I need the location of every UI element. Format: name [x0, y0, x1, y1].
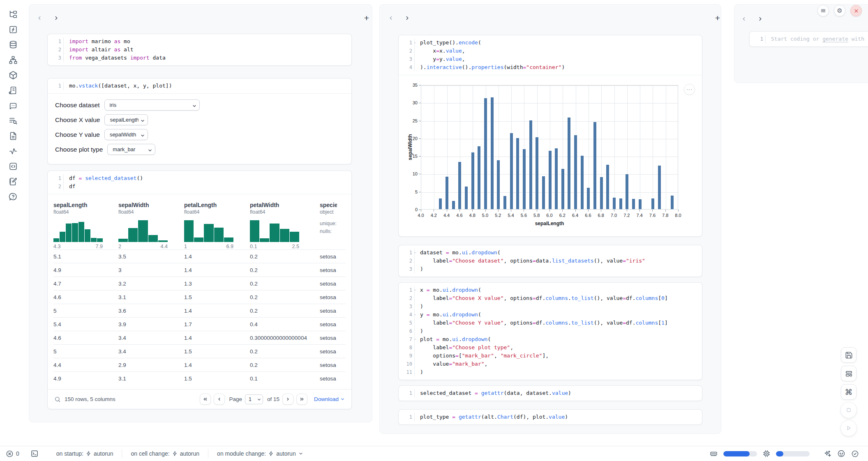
cell-dataframe[interactable]: 1df = selected_dataset()2df sepalLengthf…	[47, 171, 352, 409]
package-icon[interactable]	[6, 67, 21, 83]
dropdown-select[interactable]: sepalLength	[104, 114, 148, 125]
generate-link[interactable]: generate	[822, 36, 848, 42]
file-tree-icon[interactable]	[6, 7, 21, 22]
first-page-button[interactable]	[200, 394, 211, 405]
dropdown-select[interactable]: sepalWidth	[104, 129, 148, 140]
code-editor[interactable]: 1dataset = mo.ui.dropdown(2 label="Choos…	[399, 245, 702, 277]
dropdown-select[interactable]: mark_bar	[107, 144, 155, 155]
page-label: Page	[229, 396, 242, 402]
table-column-header[interactable]: petalLengthfloat6416.9	[184, 199, 250, 249]
cell-new-empty[interactable]: 1 Start coding or generate with	[749, 31, 868, 47]
table-column-header[interactable]: speciesobjectunique:nulls:	[320, 199, 337, 249]
code-editor[interactable]: 1import marimo as mo2import altair as al…	[48, 34, 351, 65]
histogram-bar	[260, 238, 269, 242]
table-row[interactable]: 4.42.91.40.2setosa	[53, 358, 346, 371]
code-line: 1plot_type().encode(	[399, 39, 702, 47]
settings-button[interactable]: ⚙	[834, 5, 845, 16]
code-text: label="Choose Y value", options=df.colum…	[414, 319, 668, 327]
search-icon[interactable]	[54, 396, 61, 403]
chat-bot-icon[interactable]	[6, 98, 21, 113]
code-text: import altair as alt	[63, 46, 134, 54]
cell-dataset-dropdown[interactable]: 1dataset = mo.ui.dropdown(2 label="Choos…	[398, 245, 702, 277]
altair-chart[interactable]: ⋯ 051015202530354.04.24.44.64.85.05.25.4…	[399, 75, 702, 236]
dropdown[interactable]: sepalLength	[104, 114, 148, 125]
x-tick-label: 4.0	[414, 213, 428, 218]
dropdown[interactable]: iris	[104, 99, 200, 111]
cell-xy-plot-dropdowns[interactable]: 1x = mo.ui.dropdown(2 label="Choose X va…	[398, 282, 702, 380]
text-search-icon[interactable]	[6, 113, 21, 128]
table-row[interactable]: 53.61.40.2setosa	[53, 304, 346, 317]
dropdown-select[interactable]: iris	[104, 99, 200, 111]
code-text: )	[414, 368, 423, 376]
table-row[interactable]: 4.931.40.2setosa	[53, 263, 346, 277]
error-indicator[interactable]: 0	[6, 450, 19, 458]
table-row[interactable]: 4.63.41.40.30000000000000004setosa	[53, 331, 346, 344]
expand-right-icon[interactable]	[756, 14, 765, 23]
code-editor[interactable]: 1mo.vstack([dataset, x, y, plot])	[48, 78, 351, 94]
save-button[interactable]	[841, 347, 856, 363]
page-select-input[interactable]: 1	[245, 394, 263, 404]
layout-icon	[845, 370, 853, 378]
code-editor[interactable]: 1plot_type().encode(2 x=x.value,3 y=y.va…	[399, 35, 702, 75]
cell-selected-dataset[interactable]: 1selected_dataset = getattr(data, datase…	[398, 385, 702, 401]
dropdown[interactable]: sepalWidth	[104, 129, 148, 140]
activity-icon[interactable]	[6, 143, 21, 159]
scratchpad-icon[interactable]	[6, 174, 21, 189]
collapse-left-icon[interactable]	[386, 14, 395, 23]
shortcuts-button[interactable]: ⌘	[841, 384, 856, 400]
stop-button[interactable]	[840, 402, 857, 418]
help-icon[interactable]	[6, 189, 21, 204]
table-column-header[interactable]: sepalLengthfloat644.37.9	[53, 199, 118, 249]
close-button[interactable]	[850, 5, 862, 16]
cell-chart[interactable]: 1plot_type().encode(2 x=x.value,3 y=y.va…	[398, 35, 702, 237]
on-cell-change-setting[interactable]: on cell change: autorun	[131, 450, 199, 457]
table-row[interactable]: 5.13.51.40.2setosa	[53, 249, 346, 263]
menu-button[interactable]	[817, 5, 829, 16]
table-column-header[interactable]: sepalWidthfloat6424.4	[118, 199, 184, 249]
add-cell-button[interactable]: +	[712, 13, 723, 23]
table-row[interactable]: 4.93.11.50.1setosa	[53, 371, 346, 385]
prev-page-button[interactable]	[214, 394, 225, 405]
ai-sparkles-icon[interactable]	[824, 450, 831, 458]
download-button[interactable]: Download	[314, 396, 345, 402]
database-icon[interactable]	[6, 37, 21, 52]
cell-vstack[interactable]: 1mo.vstack([dataset, x, y, plot]) Choose…	[47, 78, 352, 164]
code-editor[interactable]: 1x = mo.ui.dropdown(2 label="Choose X va…	[399, 283, 702, 380]
cell-plot-type[interactable]: 1plot_type = getattr(alt.Chart(df), plot…	[398, 409, 702, 425]
expand-right-icon[interactable]	[52, 14, 61, 23]
page-select[interactable]: 1	[245, 394, 263, 404]
code-editor[interactable]: 1selected_dataset = getattr(data, datase…	[399, 386, 702, 401]
table-row[interactable]: 5.43.91.70.4setosa	[53, 317, 346, 331]
dependency-graph-icon[interactable]	[6, 52, 21, 67]
on-startup-setting[interactable]: on startup: autorun	[56, 450, 113, 457]
snippets-icon[interactable]	[6, 159, 21, 174]
last-page-button[interactable]	[296, 394, 307, 405]
next-page-button[interactable]	[282, 394, 293, 405]
table-row[interactable]: 4.63.11.50.2setosa	[53, 290, 346, 304]
table-row[interactable]: 53.41.50.2setosa	[53, 344, 346, 358]
code-editor[interactable]: 1df = selected_dataset()2df	[48, 171, 351, 194]
code-placeholder[interactable]: Start coding or generate with	[765, 35, 864, 43]
terminal-button[interactable]	[30, 449, 39, 458]
table-column-header[interactable]: petalWidthfloat640.12.5	[250, 199, 320, 249]
x-tick-label: 5.6	[517, 213, 531, 218]
collapse-left-icon[interactable]	[739, 14, 748, 23]
expand-right-icon[interactable]	[403, 14, 412, 23]
collapse-left-icon[interactable]	[35, 14, 44, 23]
chart-options-icon[interactable]: ⋯	[684, 84, 695, 95]
code-editor[interactable]: 1 Start coding or generate with	[750, 32, 868, 46]
dropdown[interactable]: mark_bar	[107, 144, 155, 155]
assistant-icon[interactable]	[837, 449, 845, 458]
document-icon[interactable]	[6, 128, 21, 143]
cell-imports[interactable]: 1import marimo as mo2import altair as al…	[47, 34, 352, 66]
run-button[interactable]	[840, 420, 857, 436]
column-name: sepalLength	[53, 199, 118, 208]
scroll-icon[interactable]	[6, 83, 21, 98]
layout-button[interactable]	[841, 366, 856, 381]
table-row[interactable]: 4.73.21.30.2setosa	[53, 277, 346, 290]
on-module-change-setting[interactable]: on module change: autorun	[217, 450, 303, 457]
add-cell-button[interactable]: +	[361, 13, 372, 23]
function-square-icon[interactable]	[6, 22, 21, 37]
code-editor[interactable]: 1plot_type = getattr(alt.Chart(df), plot…	[399, 410, 702, 424]
connected-icon[interactable]	[851, 450, 859, 458]
